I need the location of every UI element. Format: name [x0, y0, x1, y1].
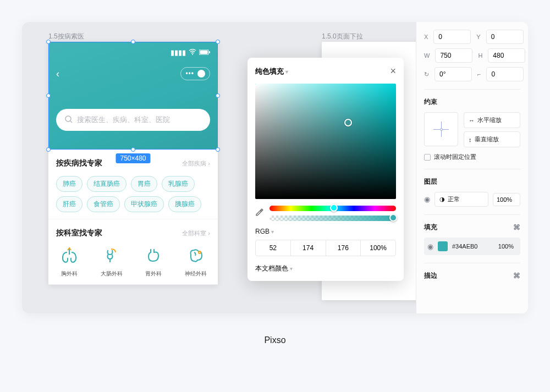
dept-item[interactable]: 神经外科 [185, 246, 207, 278]
doc-colors-section[interactable]: 本文档颜色 [255, 264, 396, 273]
app-caption: Pixso [0, 335, 550, 345]
a-input[interactable]: 100% [361, 240, 395, 256]
color-cursor[interactable] [344, 119, 352, 126]
disease-tag[interactable]: 胰腺癌 [168, 196, 201, 212]
color-field[interactable] [255, 84, 396, 199]
layer-title: 图层 [424, 177, 520, 186]
constraint-v-select[interactable]: ↕ 垂直缩放 [464, 131, 520, 147]
dept-label: 胃外科 [145, 270, 162, 278]
hue-thumb[interactable] [330, 204, 338, 212]
more-dots-icon: ••• [185, 70, 194, 78]
alpha-thumb[interactable] [389, 214, 397, 222]
corner-icon: ⌐ [477, 71, 481, 78]
canvas[interactable]: 1.5按病索医 1.5.0页面下拉 ▮▮▮▮ ‹ ••• [22, 22, 416, 313]
fill-swatch[interactable] [438, 241, 448, 251]
dept-section: 按科室找专家 全部科室 胸外科 大肠外科 [48, 219, 218, 285]
signal-icon: ▮▮▮▮ [170, 48, 186, 57]
dept-label: 大肠外科 [101, 270, 123, 278]
eyedropper-icon[interactable] [255, 208, 264, 219]
y-label: Y [476, 34, 480, 40]
b-input[interactable]: 176 [326, 240, 361, 256]
svg-rect-3 [209, 51, 210, 53]
disease-section: 按疾病找专家 全部疾病 肺癌 结直肠癌 胃癌 乳腺癌 肝癌 食管癌 甲状腺癌 胰… [48, 150, 218, 219]
constraint-h-select[interactable]: ↔ 水平缩放 [464, 112, 520, 128]
disease-tag[interactable]: 乳腺癌 [162, 176, 195, 192]
alpha-slider[interactable] [270, 216, 396, 221]
h-input[interactable] [488, 48, 525, 63]
artboard-1[interactable]: ▮▮▮▮ ‹ ••• [48, 42, 218, 285]
dept-item[interactable]: 大肠外科 [101, 246, 123, 278]
blend-mode-select[interactable]: ◑ 正常 [435, 192, 488, 207]
svg-point-0 [192, 54, 193, 55]
scroll-fix-label: 滚动时固定位置 [434, 153, 476, 161]
style-icon[interactable]: ⌘ [513, 272, 520, 280]
fill-title: 填充 [424, 223, 437, 232]
rotation-icon: ↻ [424, 71, 429, 78]
fill-hex[interactable]: #34AEB0 [452, 243, 491, 250]
rgba-inputs: 52 174 176 100% [255, 240, 396, 256]
dept-item[interactable]: 胃外科 [144, 246, 163, 278]
fill-visibility-icon[interactable]: ◉ [427, 242, 433, 251]
constraint-box[interactable] [424, 112, 458, 146]
battery-icon [199, 48, 210, 57]
disease-tag[interactable]: 胃癌 [131, 176, 157, 192]
brain-icon [186, 246, 206, 266]
arrow-h-icon: ↔ [469, 117, 475, 124]
x-input[interactable] [433, 30, 471, 44]
hue-slider[interactable] [270, 206, 396, 211]
dept-section-title: 按科室找专家 [56, 228, 102, 238]
rotation-input[interactable] [435, 67, 472, 81]
lungs-icon [59, 246, 79, 266]
style-icon[interactable]: ⌘ [513, 223, 520, 231]
svg-line-5 [70, 121, 72, 123]
frame-label-2[interactable]: 1.5.0页面下拉 [322, 32, 363, 41]
svg-point-6 [199, 251, 201, 253]
properties-panel: X Y W H ↻ ⌐ 约束 ↔ [416, 22, 528, 313]
intestine-icon [102, 246, 122, 266]
back-icon[interactable]: ‹ [56, 68, 59, 80]
g-input[interactable]: 174 [291, 240, 326, 256]
stroke-title: 描边 [424, 271, 437, 280]
dept-label: 神经外科 [185, 270, 207, 278]
stomach-icon [144, 246, 163, 266]
disease-section-title: 按疾病找专家 [56, 158, 102, 168]
layer-opacity-input[interactable] [493, 193, 520, 206]
dept-item[interactable]: 胸外科 [59, 246, 79, 278]
disease-tags: 肺癌 结直肠癌 胃癌 乳腺癌 肝癌 食管癌 甲状腺癌 胰腺癌 [56, 176, 210, 212]
blend-icon: ◑ [439, 196, 445, 203]
close-icon[interactable]: × [390, 65, 396, 77]
w-input[interactable] [435, 48, 472, 63]
arrow-v-icon: ↕ [469, 136, 472, 143]
y-input[interactable] [486, 30, 524, 44]
search-input[interactable]: 搜索医生、疾病、科室、医院 [56, 109, 210, 131]
h-label: H [478, 52, 482, 59]
x-label: X [424, 34, 428, 40]
dept-section-link[interactable]: 全部科室 [182, 229, 210, 238]
svg-rect-2 [200, 50, 208, 54]
search-placeholder: 搜索医生、疾病、科室、医院 [77, 115, 170, 125]
constraints-title: 约束 [424, 97, 520, 107]
visibility-icon[interactable]: ◉ [424, 195, 430, 203]
disease-tag[interactable]: 肺癌 [56, 176, 82, 192]
disease-tag[interactable]: 肝癌 [56, 196, 82, 212]
disease-section-link[interactable]: 全部疾病 [182, 159, 210, 168]
dept-label: 胸外科 [61, 270, 78, 278]
disease-tag[interactable]: 结直肠癌 [87, 176, 127, 192]
scroll-fix-checkbox[interactable] [424, 154, 431, 161]
disease-tag[interactable]: 甲状腺癌 [124, 196, 164, 212]
corner-input[interactable] [486, 67, 524, 81]
mini-program-pill[interactable]: ••• [180, 67, 210, 80]
r-input[interactable]: 52 [256, 240, 291, 256]
status-bar: ▮▮▮▮ [56, 47, 210, 57]
wifi-icon [189, 48, 196, 57]
color-picker[interactable]: 纯色填充 × RGB [248, 58, 404, 281]
mobile-header: ▮▮▮▮ ‹ ••• [48, 42, 218, 150]
fill-opacity[interactable]: 100% [495, 240, 517, 252]
close-circle-icon [197, 70, 205, 78]
frame-label-1[interactable]: 1.5按病索医 [48, 32, 84, 41]
disease-tag[interactable]: 食管癌 [87, 196, 120, 212]
w-label: W [424, 52, 430, 59]
color-mode-select[interactable]: RGB [255, 228, 396, 235]
picker-title[interactable]: 纯色填充 [255, 67, 288, 76]
nav-row: ‹ ••• [56, 67, 210, 80]
